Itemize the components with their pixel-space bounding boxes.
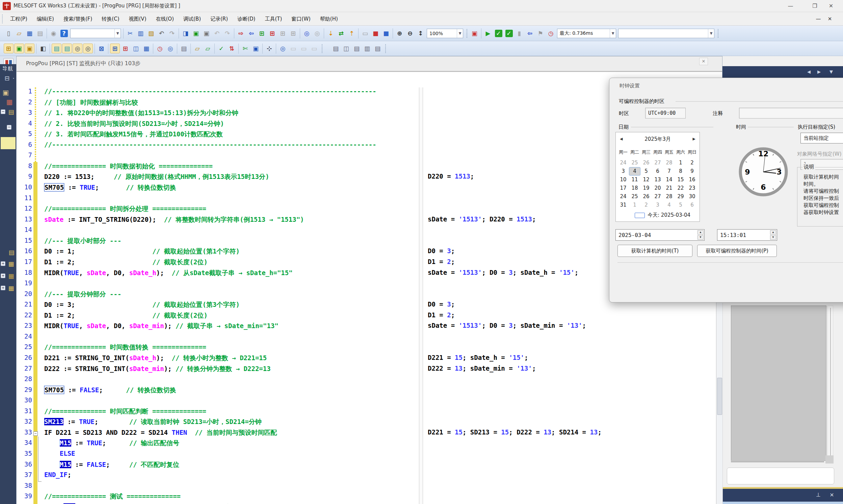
mail-forward-icon[interactable]: ▱ xyxy=(193,43,202,53)
calendar-day[interactable]: 4 xyxy=(663,201,675,209)
copy-icon[interactable]: ▥ xyxy=(136,28,145,38)
monitor-start-icon[interactable]: ⊞ xyxy=(257,28,267,38)
nav-minus2-icon[interactable]: − xyxy=(7,125,12,130)
verify-icon[interactable]: ⊞ xyxy=(278,28,288,38)
nav-folder1-icon[interactable]: ▤ xyxy=(7,108,16,115)
editor-close-icon[interactable]: ✕ xyxy=(699,58,708,65)
nav-plus3-icon[interactable]: + xyxy=(1,286,5,290)
calendar-next-icon[interactable]: ▶ xyxy=(693,137,696,141)
date-spin-up-icon[interactable]: ▲ xyxy=(698,230,703,235)
calendar-day[interactable]: 12 xyxy=(641,176,652,184)
calendar-day[interactable]: 2 xyxy=(686,159,698,167)
nav-dropdown-icon[interactable]: ▾ xyxy=(12,76,15,80)
toolbar-handle[interactable] xyxy=(320,43,323,54)
time-spin-down-icon[interactable]: ▼ xyxy=(770,235,776,240)
calendar-day[interactable]: 1 xyxy=(675,159,686,167)
calendar-day[interactable]: 3 xyxy=(617,167,629,176)
menu-item-D[interactable]: 诊断(D) xyxy=(233,12,260,26)
calendar-day[interactable]: 7 xyxy=(663,167,675,176)
nav-plus1-icon[interactable]: + xyxy=(1,261,5,266)
step-icon[interactable]: ▮ xyxy=(515,28,524,38)
dock-next-icon[interactable]: ▶ xyxy=(817,69,821,74)
menu-item-R[interactable]: 记录(R) xyxy=(205,12,233,26)
menu-item-H[interactable]: 帮助(H) xyxy=(315,12,343,26)
monitor-zoom-icon[interactable]: ◎ xyxy=(165,43,175,53)
io-check-icon[interactable]: ⇅ xyxy=(227,43,237,53)
combo-dropdown-icon[interactable]: ▼ xyxy=(708,29,714,38)
calendar-day[interactable]: 16 xyxy=(686,176,698,184)
panel3-icon[interactable]: ▤ xyxy=(352,43,362,53)
jump-sync-icon[interactable]: ⇄ xyxy=(336,28,346,38)
module-icon[interactable]: ◧ xyxy=(38,43,48,53)
panel2-icon[interactable]: ◫ xyxy=(341,43,351,53)
find-replace-icon[interactable]: ◎ xyxy=(83,43,93,53)
nav-folder5-icon[interactable]: ▦ xyxy=(7,284,16,292)
calendar-day[interactable]: 1 xyxy=(629,201,641,209)
convert-all-icon[interactable]: ✓ xyxy=(504,28,514,38)
menu-item-B[interactable]: 调试(B) xyxy=(179,12,205,26)
search-monitor-icon[interactable]: ◎ xyxy=(278,43,288,53)
comm-test-icon[interactable]: ▣ xyxy=(251,43,261,53)
comment-field[interactable] xyxy=(739,108,843,119)
calendar-day[interactable]: 9 xyxy=(686,167,698,176)
convert-ok-icon[interactable]: ✓ xyxy=(494,28,503,38)
zoom-fit-icon[interactable]: ↕ xyxy=(416,28,425,38)
menu-item-T[interactable]: 工具(T) xyxy=(260,12,287,26)
nav-folder2-icon[interactable]: ▤ xyxy=(7,249,16,256)
nav-collapse-icon[interactable]: ⊟ xyxy=(3,74,12,82)
calendar-day[interactable]: 31 xyxy=(617,201,629,209)
device-x-icon[interactable]: ⊠ xyxy=(96,43,106,53)
toolbar-handle[interactable] xyxy=(384,43,387,54)
calendar-day[interactable]: 27 xyxy=(652,159,663,167)
calendar-day[interactable]: 13 xyxy=(652,176,663,184)
editor-split-divider[interactable] xyxy=(419,87,423,504)
calendar-day[interactable]: 11 xyxy=(629,176,641,184)
calendar-day[interactable]: 30 xyxy=(686,193,698,201)
nav-folder3-icon[interactable]: ▦ xyxy=(7,260,16,267)
minimize-button[interactable]: — xyxy=(783,0,799,12)
watch-close-icon[interactable]: × xyxy=(828,491,836,498)
project-tree-icon[interactable]: ⊞ xyxy=(4,43,14,53)
combo-dropdown-icon[interactable]: ▼ xyxy=(610,29,616,38)
device-write-icon[interactable]: ◨ xyxy=(181,28,191,38)
calendar-day[interactable]: 3 xyxy=(652,201,663,209)
zoom-out-icon[interactable]: ⊖ xyxy=(405,28,415,38)
calendar-day[interactable]: 26 xyxy=(641,159,652,167)
mail-check-icon[interactable]: ▱ xyxy=(203,43,213,53)
toolbar-handle[interactable] xyxy=(465,28,468,38)
calendar-day[interactable]: 14 xyxy=(663,176,675,184)
watch-combo[interactable]: ▼ xyxy=(618,29,714,38)
calendar-day[interactable]: 29 xyxy=(675,193,686,201)
cut-icon[interactable]: ✂ xyxy=(125,28,135,38)
calendar-day[interactable]: 21 xyxy=(663,184,675,193)
monitor-stop-icon[interactable]: ⊞ xyxy=(267,28,277,38)
child-close-button[interactable]: ✕ xyxy=(825,14,835,24)
calendar-day[interactable]: 28 xyxy=(663,193,675,201)
crosshair-icon[interactable]: ⊹ xyxy=(264,43,274,53)
date-spin-down-icon[interactable]: ▼ xyxy=(698,235,703,240)
redo-gray-icon[interactable]: ↷ xyxy=(222,28,232,38)
menu-item-C[interactable]: 转换(C) xyxy=(97,12,124,26)
calendar-day[interactable]: 6 xyxy=(686,201,698,209)
exec-target-combo[interactable]: 当前站指定 ▼ xyxy=(801,133,843,143)
window-gray-icon[interactable]: ▭ xyxy=(360,28,370,38)
calendar-day[interactable]: 25 xyxy=(629,159,641,167)
time-spin-up-icon[interactable]: ▲ xyxy=(770,230,776,235)
calendar[interactable]: ◀ 2025年3月 ▶ 周一周二周三周四周五周六周日 2425262728123… xyxy=(615,132,700,222)
jump-up-icon[interactable]: ⇡ xyxy=(347,28,357,38)
clock-red-icon[interactable]: ◷ xyxy=(155,43,165,53)
verify2-icon[interactable]: ⊞ xyxy=(288,28,298,38)
stamp-icon[interactable]: ◉ xyxy=(49,28,58,38)
undo-gray-icon[interactable]: ↶ xyxy=(212,28,222,38)
monitor-mode-icon[interactable]: ▣ xyxy=(470,28,479,38)
combo-dropdown-icon[interactable]: ▼ xyxy=(457,29,463,38)
get-plc-time-button[interactable]: 获取可编程控制器的时间(P) xyxy=(697,245,777,257)
read-from-plc-icon[interactable]: ⇦ xyxy=(247,28,256,38)
program-window-icon[interactable]: ▣ xyxy=(14,43,24,53)
dock-prev-icon[interactable]: ◀ xyxy=(807,69,811,74)
save-icon[interactable]: ▦ xyxy=(25,28,34,38)
calendar-day[interactable]: 23 xyxy=(686,184,698,193)
device-monitor2-icon[interactable]: ▣ xyxy=(201,28,211,38)
nav-minus1-icon[interactable]: − xyxy=(1,109,5,114)
menu-item-E[interactable]: 编辑(E) xyxy=(32,12,59,26)
